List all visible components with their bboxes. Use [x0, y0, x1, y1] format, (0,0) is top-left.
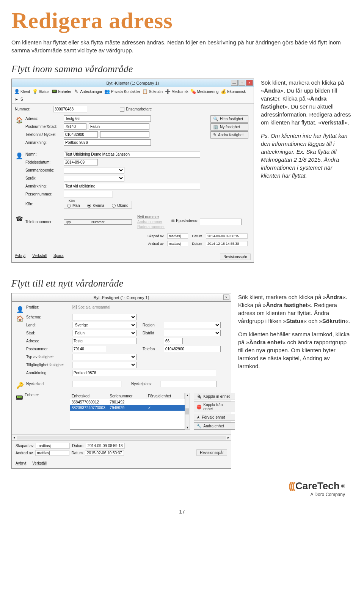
anm2-field[interactable]	[64, 183, 200, 189]
house2-icon: 🏠	[16, 314, 25, 323]
adress-field[interactable]	[64, 115, 151, 122]
tab-klient[interactable]: 👤Klient	[14, 89, 30, 94]
kon-kvinna-radio[interactable]	[87, 204, 91, 208]
region-select[interactable]	[164, 322, 221, 328]
kon-okand-radio[interactable]	[112, 204, 116, 208]
anm-field[interactable]	[64, 139, 151, 146]
brand-subtitle: A Doro Company	[289, 492, 345, 497]
bulb-icon: 💡	[32, 89, 38, 94]
nyckel-field[interactable]	[100, 131, 149, 138]
wrench-icon: 🔧	[196, 424, 202, 429]
forvald-button[interactable]: ★Förvald enhet	[194, 414, 235, 421]
anm-label: Anmärkning:	[25, 140, 61, 145]
contact-icon: 👥	[105, 89, 110, 94]
pnr-field[interactable]	[64, 191, 113, 197]
tab-medicinsk[interactable]: ➕Medicinsk	[165, 89, 188, 94]
fodd-field[interactable]	[64, 159, 98, 165]
hitta-fastighet-button[interactable]: 🔍Hitta fastighet	[210, 115, 248, 123]
telnr-label: Telefonnummer:	[25, 220, 61, 224]
user-icon: 👤	[14, 89, 19, 94]
tab-kontakter[interactable]: 👥Privata Kontakter	[105, 89, 140, 94]
chevron-left-icon[interactable]: ◂	[13, 435, 15, 440]
money-icon: 💰	[221, 89, 226, 94]
chevron-right-icon[interactable]: ▸	[228, 435, 229, 440]
typf-label: Typ av fastighet:	[26, 355, 70, 359]
table-row-selected[interactable]: 88239372407700037948929✓	[70, 405, 185, 411]
stad-field[interactable]	[89, 123, 149, 130]
minimize-button[interactable]: —	[231, 80, 238, 86]
tel-field[interactable]	[64, 131, 98, 138]
post-field[interactable]	[64, 123, 86, 130]
sammbo-select[interactable]	[64, 167, 124, 173]
spara-button[interactable]: Spara	[53, 254, 64, 260]
chevron-up-icon: ▴	[187, 393, 188, 397]
maximize-button[interactable]: □	[238, 80, 245, 86]
profiler-checkbox[interactable]: ✓	[72, 305, 77, 309]
nummer-field[interactable]	[53, 106, 87, 112]
table-row[interactable]: 35845770609127801492	[70, 399, 185, 405]
h-scrollbar[interactable]	[17, 436, 226, 440]
scroll-thumb[interactable]	[185, 408, 189, 414]
distrikt-select[interactable]	[164, 330, 221, 336]
tab-more[interactable]: ▸S	[14, 96, 23, 102]
tab-anteckningar[interactable]: ✎Anteckningar	[74, 89, 102, 94]
adress2-nr-field[interactable]	[164, 338, 183, 344]
verkstall2-button[interactable]: Verkställ	[32, 461, 47, 465]
andra-enhet-button[interactable]: 🔧Ändra enhet	[194, 422, 235, 430]
stad-select[interactable]: Falun	[72, 330, 136, 336]
nytt-nummer-link[interactable]: Nytt nummer	[137, 215, 165, 219]
avbryt2-button[interactable]: Avbryt	[16, 461, 26, 465]
schema-select[interactable]	[72, 314, 136, 320]
revisionsspar2-button[interactable]: Revisionsspår	[196, 449, 227, 456]
anm3-label: Anmärkning	[26, 371, 70, 375]
tel2-label: Telefon	[143, 347, 162, 351]
andra-nummer-link[interactable]: Ändra nummer	[137, 220, 165, 224]
table-scrollbar[interactable]: ▴ ▾	[185, 393, 190, 430]
namn-field[interactable]	[64, 151, 200, 158]
land-select[interactable]: Sverige	[72, 322, 136, 328]
side1-paragraph-2: Ps. Om klienten inte har flyttat kan den…	[261, 132, 353, 180]
avbryt-button[interactable]: Avbryt	[15, 254, 25, 260]
ny-fastighet-button[interactable]: 🏢Ny fastighet	[210, 123, 248, 131]
kon-man-radio[interactable]	[67, 204, 71, 208]
brand-name: CareTech	[295, 480, 340, 492]
koppla-in-button[interactable]: 🔌Koppla in enhet	[194, 393, 235, 400]
nyckelplats-field[interactable]	[160, 381, 217, 387]
epost-field[interactable]	[200, 219, 242, 225]
medical-icon: ➕	[165, 89, 170, 94]
tillg-select[interactable]	[72, 362, 136, 368]
typf-select[interactable]	[72, 354, 136, 360]
andra-fastighet-button[interactable]: ✎Ändra fastighet	[210, 131, 248, 139]
datum-label: Datum	[192, 234, 202, 238]
sprak-label: Språk:	[25, 176, 61, 180]
mail-icon: ✉	[171, 219, 174, 223]
anm3-field[interactable]	[72, 370, 216, 376]
tab-ekonomisk[interactable]: 💰Ekonomisk	[221, 89, 246, 94]
tab-medicinering[interactable]: 💊Medicinering	[191, 89, 219, 94]
adress2-label: Adress:	[26, 339, 70, 343]
post2-label: Postnummer	[26, 347, 70, 351]
revisionsspar-button[interactable]: Revisionsspår	[220, 254, 251, 260]
ensam-checkbox[interactable]	[120, 107, 124, 112]
adress2-field[interactable]	[72, 338, 136, 344]
skapad2-datum: 2014-09-09 08:59:18	[86, 443, 125, 449]
close-button[interactable]: ×	[246, 80, 253, 86]
sprak-select[interactable]	[64, 175, 124, 181]
tab-sokrutin[interactable]: 📋Sökrutin	[143, 89, 163, 94]
tel2-field[interactable]	[164, 346, 221, 352]
device2-icon: 📟	[16, 393, 23, 402]
nyckel-field[interactable]	[72, 381, 121, 387]
tab-toolbar: 👤Klient 💡Status 📟Enheter ✎Anteckningar 👥…	[12, 87, 254, 104]
dialog-close-button[interactable]: ×	[223, 295, 229, 300]
verkstall-button[interactable]: Verkställ	[32, 254, 47, 260]
radera-nummer-link[interactable]: Radera nummer	[137, 225, 165, 229]
tab-enheter[interactable]: 📟Enheter	[52, 89, 71, 94]
nyckelplats-label: Nyckelplats:	[131, 382, 158, 386]
section2-heading: Flytt till ett nytt vårdområde	[11, 278, 353, 289]
andrad-label: Ändrad av	[148, 242, 163, 246]
house-icon: 🏠	[15, 115, 24, 124]
tab-status[interactable]: 💡Status	[32, 89, 49, 94]
distrikt-label: Distrikt	[143, 331, 162, 335]
koppla-fran-button[interactable]: ⛔Koppla från enhet	[194, 402, 235, 412]
post2-field[interactable]	[72, 346, 106, 352]
